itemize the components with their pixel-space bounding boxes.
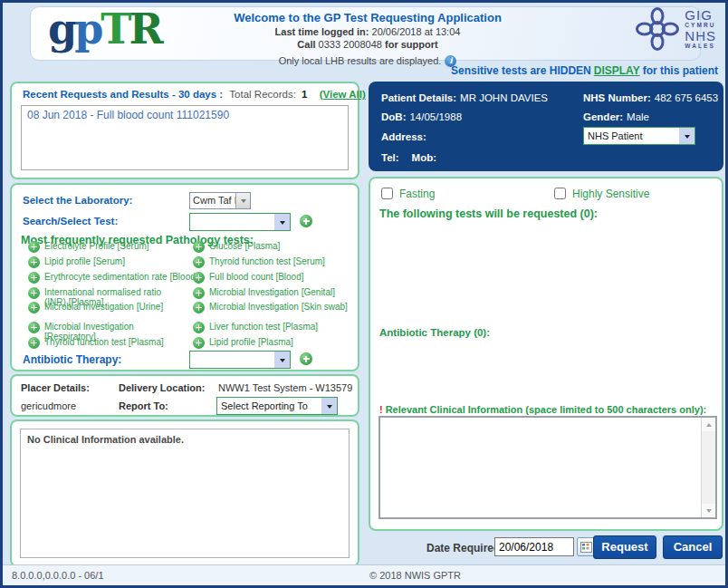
laboratory-select-arrow-icon[interactable] xyxy=(235,193,250,208)
delivery-location-label: Delivery Location: xyxy=(119,382,205,393)
add-test-icon[interactable] xyxy=(28,287,40,299)
test-selection-panel: Select the Laboratory: Cwm Taf HB Search… xyxy=(10,183,359,371)
scroll-down-icon[interactable] xyxy=(702,504,715,517)
gender-label: Gender: xyxy=(583,111,623,122)
add-test-icon[interactable] xyxy=(193,256,205,268)
date-required-input[interactable] xyxy=(494,537,574,556)
search-test-combobox xyxy=(189,213,291,231)
test-label: Full blood count [Blood] xyxy=(209,273,354,283)
add-test-icon[interactable] xyxy=(193,241,205,253)
call-number: 0333 2008048 xyxy=(319,39,382,50)
add-search-test-icon[interactable] xyxy=(300,215,312,227)
patient-type-dropdown-icon[interactable] xyxy=(679,128,694,144)
add-test-icon[interactable] xyxy=(28,322,40,333)
test-item[interactable]: Electrolyte Profile [Serum] xyxy=(28,241,182,255)
test-label: Lipid profile [Plasma] xyxy=(209,338,354,348)
header-center: Welcome to the GP Test Requesting Applic… xyxy=(217,11,518,67)
delivery-location-value: NWW1 Test System - W13579 xyxy=(218,382,352,393)
recent-requests-title: Recent Requests and Results xyxy=(23,89,169,100)
support-line: Call 0333 2008048 for support xyxy=(217,39,518,52)
test-item[interactable]: Lipid profile [Serum] xyxy=(28,256,182,270)
recent-results-listbox[interactable]: 08 Jun 2018 - Full blood count 111021590 xyxy=(21,105,349,170)
search-test-input[interactable] xyxy=(190,214,274,230)
display-sensitive-link[interactable]: DISPLAY xyxy=(594,64,640,77)
copyright-text: © 2018 NWIS GPTR xyxy=(369,570,461,581)
test-item[interactable]: Microbial Investigation [Respiratory] xyxy=(28,322,182,335)
recent-result-item[interactable]: 08 Jun 2018 - Full blood count 111021590 xyxy=(27,109,342,121)
logo-letter: p xyxy=(74,5,101,53)
call-label: Call xyxy=(297,39,315,50)
add-antibiotic-icon[interactable] xyxy=(300,352,312,365)
total-records-value: 1 xyxy=(302,89,307,100)
antibiotic-dropdown-icon[interactable] xyxy=(274,352,290,368)
sensitive-tests-line: Sensitive tests are HIDDENDISPLAYfor thi… xyxy=(451,64,718,77)
patient-type-dropdown[interactable]: NHS Patient xyxy=(583,127,695,145)
dob-value: 14/05/1988 xyxy=(409,111,462,122)
recent-requests-range: - 30 days : xyxy=(172,89,223,100)
search-test-dropdown-icon[interactable] xyxy=(274,214,290,230)
add-test-icon[interactable] xyxy=(28,302,40,313)
add-test-icon[interactable] xyxy=(193,337,205,349)
sensitive-prefix: Sensitive tests are HIDDEN xyxy=(451,64,591,77)
report-to-value: Select Reporting To xyxy=(217,398,321,414)
test-item[interactable]: Liver function test [Plasma] xyxy=(193,322,354,335)
test-item[interactable]: Thyroid function test [Plasma] xyxy=(28,337,182,351)
test-item[interactable]: Lipid profile [Plasma] xyxy=(193,337,354,351)
add-test-icon[interactable] xyxy=(28,337,40,349)
logo-letter: g xyxy=(48,5,74,53)
clinical-information-panel: No Clinical Information available. xyxy=(10,419,359,567)
textarea-scrollbar[interactable] xyxy=(701,418,715,517)
nhs-number-label: NHS Number: xyxy=(583,92,651,103)
add-test-icon[interactable] xyxy=(193,322,205,333)
view-all-link[interactable]: (View All) xyxy=(320,89,366,100)
last-login-value: 20/06/2018 at 13:04 xyxy=(372,26,461,37)
lhb-note: Only local LHB results are displayed. xyxy=(279,55,442,66)
add-test-icon[interactable] xyxy=(193,302,205,313)
recent-requests-header: Recent Requests and Results - 30 days : … xyxy=(23,89,366,100)
fasting-label: Fasting xyxy=(399,188,435,200)
add-test-icon[interactable] xyxy=(28,272,40,284)
nhs-wales-knot-icon xyxy=(636,7,679,51)
requested-tests-heading: The following tests will be requested (0… xyxy=(379,207,598,220)
highly-sensitive-checkbox[interactable] xyxy=(554,188,566,199)
calendar-icon xyxy=(580,542,592,553)
patient-name: MR JOHN DAVIES xyxy=(460,92,548,103)
patient-details-label: Patient Details: xyxy=(381,92,456,103)
test-item[interactable]: Full blood count [Blood] xyxy=(193,272,354,285)
call-suffix: for support xyxy=(385,39,438,50)
test-label: Liver function test [Plasma] xyxy=(209,323,354,333)
placer-details-panel: Placer Details: Delivery Location: NWW1 … xyxy=(10,374,359,417)
scroll-up-icon[interactable] xyxy=(702,418,715,431)
test-label: Thyroid function test [Serum] xyxy=(209,257,354,267)
antibiotic-therapy-input[interactable] xyxy=(190,352,274,368)
report-to-dropdown[interactable]: Select Reporting To xyxy=(216,397,338,415)
test-label: Electrolyte Profile [Serum] xyxy=(44,242,187,252)
laboratory-select-value: Cwm Taf HB xyxy=(190,193,235,208)
test-item[interactable]: Erythrocyte sedimentation rate [Blood] xyxy=(28,272,189,285)
fasting-checkbox[interactable] xyxy=(381,188,393,199)
test-item[interactable]: Thyroid function test [Serum] xyxy=(193,256,354,270)
antibiotic-therapy-label: Antibiotic Therapy: xyxy=(23,353,121,366)
patient-details-box: Patient Details:MR JOHN DAVIES NHS Numbe… xyxy=(369,82,723,171)
placer-details-value: gericudmore xyxy=(21,400,76,411)
add-test-icon[interactable] xyxy=(193,287,205,299)
version-text: 8.0.0.0,0.0.0.0 - 06/1 xyxy=(12,570,104,581)
report-to-dropdown-icon[interactable] xyxy=(321,398,337,414)
test-item[interactable]: Microbial Investigation [Urine] xyxy=(28,302,182,315)
test-item[interactable]: Glucose [Plasma] xyxy=(193,241,354,255)
add-test-icon[interactable] xyxy=(28,256,40,268)
request-button[interactable]: Request xyxy=(593,535,656,559)
clinical-information-box: No Clinical Information available. xyxy=(20,429,350,558)
mob-label: Mob: xyxy=(412,152,436,163)
cancel-button[interactable]: Cancel xyxy=(663,535,723,559)
report-to-label: Report To: xyxy=(119,400,168,411)
test-item[interactable]: Microbial Investigation [Genital] xyxy=(193,287,354,301)
add-test-icon[interactable] xyxy=(193,272,205,284)
laboratory-select[interactable]: Cwm Taf HB xyxy=(189,192,251,209)
add-test-icon[interactable] xyxy=(28,241,40,253)
patient-type-value: NHS Patient xyxy=(584,128,679,144)
test-item[interactable]: Microbial Investigation [Skin swab] xyxy=(193,302,354,315)
total-records-label: Total Records: xyxy=(229,89,296,100)
clinical-info-textarea[interactable] xyxy=(380,418,701,517)
address-label: Address: xyxy=(381,131,426,142)
